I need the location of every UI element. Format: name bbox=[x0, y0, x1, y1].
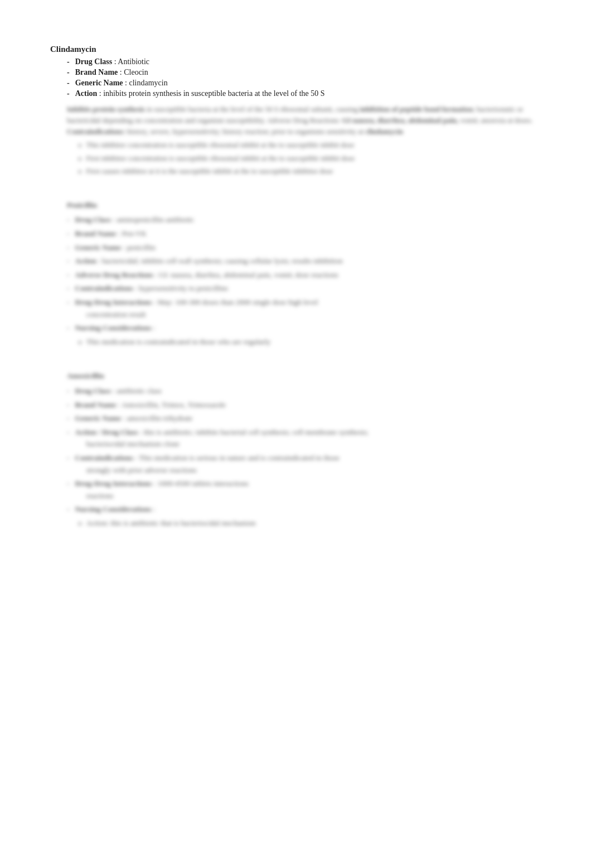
list-item: - Drug Class : Antibiotic bbox=[67, 57, 542, 66]
section3-list: - Drug Class : antibiotic class - Brand … bbox=[67, 385, 542, 515]
list-item: - Action / Drug Class : this is antibiot… bbox=[67, 426, 542, 450]
section2-title: Penicillin bbox=[67, 199, 542, 211]
item-text: Brand Name : Amoxicillin, Trimox, Trimox… bbox=[75, 399, 226, 411]
item-text: Nursing Considerations : bbox=[75, 322, 156, 334]
dash-icon: - bbox=[67, 426, 70, 438]
list-item: - Generic Name : penicillin bbox=[67, 242, 542, 254]
item-text: Contraindications : hypersensitivity to … bbox=[75, 282, 229, 295]
clindamycin-section: Clindamycin - Drug Class : Antibiotic - … bbox=[50, 45, 542, 177]
item-text: Drug Class : aminopenicillin antibiotic bbox=[75, 214, 195, 226]
dash-icon: - bbox=[67, 269, 70, 281]
item-text: Generic Name : amoxicillin trihydrate bbox=[75, 412, 193, 425]
item-text: Drug Class : antibiotic class bbox=[75, 385, 162, 397]
blurred-content-1: Inhibits protein synthesis in susceptibl… bbox=[50, 104, 542, 177]
list-item: - Brand Name : Cleocin bbox=[67, 68, 542, 77]
section2-list: - Drug Class : aminopenicillin antibioti… bbox=[67, 214, 542, 334]
item-text: Drug Class : Antibiotic bbox=[75, 57, 149, 66]
dash-icon: - bbox=[67, 214, 70, 226]
blurred-paragraph: Inhibits protein synthesis in susceptibl… bbox=[67, 104, 542, 137]
item-text: Drug-Drug Interactions : May: 100-300 do… bbox=[75, 296, 318, 320]
blurred-sub-item: This medication is contraindicated in th… bbox=[78, 336, 542, 348]
item-text: Action / Drug Class : this is antibiotic… bbox=[75, 426, 368, 450]
dash-icon: - bbox=[67, 282, 70, 295]
section3-title: Amoxicillin bbox=[67, 370, 542, 382]
list-item: - Generic Name : clindamycin bbox=[67, 79, 542, 88]
item-text: Generic Name : penicillin bbox=[75, 242, 156, 254]
section3-blurred: Amoxicillin - Drug Class : antibiotic cl… bbox=[50, 370, 542, 529]
item-text: Drug-Drug Interactions : 1000-4500 table… bbox=[75, 478, 249, 501]
clindamycin-list: - Drug Class : Antibiotic - Brand Name :… bbox=[50, 57, 542, 98]
list-item: - Nursing Considerations : bbox=[67, 503, 542, 515]
list-item: - Nursing Considerations : bbox=[67, 322, 542, 334]
dash-icon: - bbox=[67, 322, 70, 334]
item-text: Brand Name : Pen-VK bbox=[75, 228, 147, 240]
blurred-sub-list: This inhibitor concentration is suscepti… bbox=[67, 139, 542, 176]
item-text: Adverse Drug Reactions : GI: nausea, dia… bbox=[75, 269, 338, 281]
dash-icon: - bbox=[67, 399, 70, 411]
blurred-sub-item: First causes inhibitor at it is the susc… bbox=[78, 166, 542, 177]
list-item: - Adverse Drug Reactions : GI: nausea, d… bbox=[67, 269, 542, 281]
list-item: - Drug-Drug Interactions : 1000-4500 tab… bbox=[67, 478, 542, 501]
dash-icon: - bbox=[67, 412, 70, 425]
item-text: Contraindications : This medication is s… bbox=[75, 452, 339, 476]
blurred-sub-item: First inhibitor concentration is suscept… bbox=[78, 153, 542, 164]
list-item: - Contraindications : hypersensitivity t… bbox=[67, 282, 542, 295]
clindamycin-title: Clindamycin bbox=[50, 45, 542, 54]
list-item: - Generic Name : amoxicillin trihydrate bbox=[67, 412, 542, 425]
section2-sub-list: This medication is contraindicated in th… bbox=[67, 336, 542, 348]
section3-sub-list: Action: this is antibiotic that is bacte… bbox=[67, 517, 542, 529]
list-item: - Drug Class : aminopenicillin antibioti… bbox=[67, 214, 542, 226]
dash-icon: - bbox=[67, 228, 70, 240]
dash-icon: - bbox=[67, 385, 70, 397]
list-item: - Drug-Drug Interactions : May: 100-300 … bbox=[67, 296, 542, 320]
dash-icon: - bbox=[67, 255, 70, 267]
list-item: - Action : inhibits protein synthesis in… bbox=[67, 89, 542, 98]
list-item: - Contraindications : This medication is… bbox=[67, 452, 542, 476]
dash-icon: - bbox=[67, 503, 70, 515]
list-item: - Brand Name : Amoxicillin, Trimox, Trim… bbox=[67, 399, 542, 411]
item-text: Action : inhibits protein synthesis in s… bbox=[75, 89, 325, 98]
dash-icon: - bbox=[67, 79, 70, 88]
dash-icon: - bbox=[67, 242, 70, 254]
blurred-sub-item: Action: this is antibiotic that is bacte… bbox=[78, 517, 542, 529]
list-item: - Brand Name : Pen-VK bbox=[67, 228, 542, 240]
item-text: Action : bactericidal; inhibits cell wal… bbox=[75, 255, 343, 267]
item-text: Nursing Considerations : bbox=[75, 503, 156, 515]
list-item: - Drug Class : antibiotic class bbox=[67, 385, 542, 397]
blurred-sub-item: This inhibitor concentration is suscepti… bbox=[78, 139, 542, 151]
list-item: - Action : bactericidal; inhibits cell w… bbox=[67, 255, 542, 267]
dash-icon: - bbox=[67, 89, 70, 98]
dash-icon: - bbox=[67, 296, 70, 308]
dash-icon: - bbox=[67, 57, 70, 66]
dash-icon: - bbox=[67, 478, 70, 490]
item-text: Generic Name : clindamycin bbox=[75, 79, 168, 88]
item-text: Brand Name : Cleocin bbox=[75, 68, 148, 77]
dash-icon: - bbox=[67, 68, 70, 77]
dash-icon: - bbox=[67, 452, 70, 464]
section2-blurred: Penicillin - Drug Class : aminopenicilli… bbox=[50, 199, 542, 348]
